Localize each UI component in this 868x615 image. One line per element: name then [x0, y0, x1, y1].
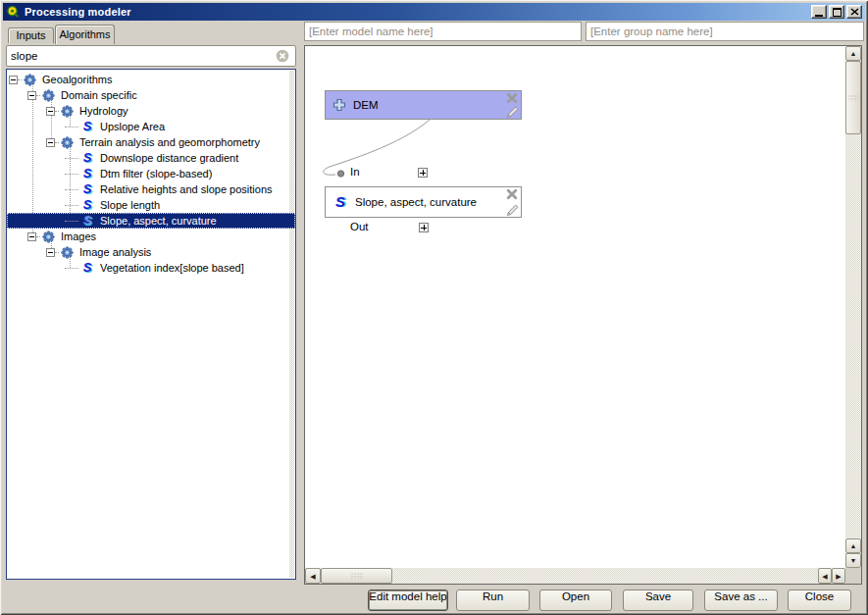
tree-item-label: Images: [58, 231, 99, 242]
node-label: Slope, aspect, curvature: [355, 196, 477, 208]
tree-item-vegetation-index[interactable]: SS Vegetation index[slope based]: [7, 260, 295, 276]
gear-icon: [61, 105, 74, 118]
canvas-horizontal-scrollbar[interactable]: ◀ ◀ ▶: [305, 568, 845, 584]
collapse-toggle-icon[interactable]: [9, 76, 18, 84]
gear-icon: [42, 231, 55, 243]
tree-item-domain-specific[interactable]: Domain specific: [7, 87, 295, 103]
delete-node-button[interactable]: [505, 91, 519, 105]
scroll-up-button-bottom[interactable]: ▲: [845, 538, 861, 553]
tree-item-label: Vegetation index[slope based]: [97, 262, 247, 274]
tab-algorithms[interactable]: Algorithms: [55, 25, 115, 44]
node-dem-input[interactable]: DEM: [325, 90, 522, 120]
tree-item-downslope-distance-gradient[interactable]: SS Downslope distance gradient: [7, 150, 295, 166]
algorithm-tree[interactable]: Geoalgorithms Domain specific Hydrology …: [6, 69, 296, 580]
tree-item-hydrology[interactable]: Hydrology: [7, 103, 295, 119]
saga-algorithm-icon: SS: [80, 198, 94, 212]
edit-node-button[interactable]: [505, 105, 519, 119]
port-in-label: In: [350, 166, 360, 178]
tree-item-slope-length[interactable]: SS Slope length: [7, 197, 295, 213]
group-name-input[interactable]: [586, 22, 864, 41]
processing-modeler-window: Processing modeler Inputs Algorithms: [0, 0, 868, 615]
saga-algorithm-icon: SS: [332, 194, 348, 210]
tree-item-dtm-filter[interactable]: SS Dtm filter (slope-based): [7, 166, 295, 181]
svg-text:S: S: [335, 194, 345, 210]
scroll-right-button[interactable]: ▶: [832, 568, 845, 584]
triangle-left-icon: ◀: [822, 573, 827, 580]
expand-out-ports-button[interactable]: [419, 223, 429, 232]
port-out-label: Out: [350, 221, 369, 232]
node-slope-aspect-curvature[interactable]: SS Slope, aspect, curvature: [325, 186, 522, 218]
tree-item-label: Slope, aspect, curvature: [97, 215, 220, 227]
close-dialog-button[interactable]: Close: [788, 589, 851, 611]
scroll-up-button[interactable]: ▲: [845, 46, 861, 61]
triangle-left-icon: ◀: [310, 573, 315, 580]
svg-text:S: S: [83, 120, 92, 133]
maximize-button[interactable]: [829, 5, 844, 19]
vertical-scroll-thumb[interactable]: [845, 61, 861, 134]
saga-algorithm-icon: SS: [80, 167, 94, 180]
svg-text:S: S: [83, 182, 92, 196]
tab-inputs[interactable]: Inputs: [8, 27, 54, 43]
clear-search-icon[interactable]: [276, 49, 289, 63]
open-button[interactable]: Open: [539, 589, 612, 611]
tree-item-relative-heights[interactable]: SS Relative heights and slope positions: [7, 181, 295, 197]
tree-item-label: Image analysis: [77, 246, 154, 258]
tree-item-image-analysis[interactable]: Image analysis: [7, 244, 295, 260]
gear-icon: [61, 246, 74, 259]
title-bar[interactable]: Processing modeler: [3, 3, 865, 21]
tree-item-slope-aspect-curvature-selected[interactable]: SS Slope, aspect, curvature: [7, 213, 295, 229]
svg-text:S: S: [83, 261, 92, 275]
gear-icon: [24, 74, 36, 86]
model-canvas[interactable]: DEM In SS Slope, aspect, curvature: [305, 46, 845, 568]
collapse-toggle-icon[interactable]: [27, 91, 36, 100]
window-title: Processing modeler: [25, 6, 131, 18]
save-as-button[interactable]: Save as ...: [704, 589, 778, 611]
run-button[interactable]: Run: [456, 589, 530, 611]
saga-algorithm-icon: SS: [80, 151, 94, 165]
svg-text:S: S: [83, 214, 92, 228]
collapse-toggle-icon[interactable]: [27, 232, 36, 241]
horizontal-scroll-thumb[interactable]: [321, 568, 392, 584]
collapse-toggle-icon[interactable]: [46, 138, 55, 147]
svg-text:S: S: [83, 167, 92, 180]
qgis-app-icon: [6, 5, 20, 19]
edit-node-button[interactable]: [505, 203, 519, 217]
model-canvas-panel: DEM In SS Slope, aspect, curvature: [304, 45, 862, 585]
save-button[interactable]: Save: [623, 589, 693, 611]
scroll-left-button[interactable]: ◀: [305, 568, 321, 584]
x-icon: [506, 92, 518, 104]
tree-item-terrain-analysis[interactable]: Terrain analysis and geomorphometry: [7, 134, 295, 150]
triangle-up-icon: ▲: [850, 50, 857, 57]
scroll-left-button-right[interactable]: ◀: [818, 568, 832, 584]
tree-item-label: Slope length: [97, 199, 163, 211]
plus-input-icon: [332, 98, 346, 112]
gear-icon: [61, 136, 74, 149]
tree-item-upslope-area[interactable]: SS Upslope Area: [7, 119, 295, 134]
triangle-up-icon: ▲: [850, 542, 857, 549]
tree-item-label: Downslope distance gradient: [97, 152, 241, 164]
tree-item-geoalgorithms[interactable]: Geoalgorithms: [7, 72, 295, 87]
close-button[interactable]: [846, 5, 862, 19]
canvas-vertical-scrollbar[interactable]: ▲ ▲ ▼: [845, 46, 861, 568]
collapse-toggle-icon[interactable]: [46, 248, 55, 257]
gear-icon: [42, 89, 55, 102]
node-label: DEM: [353, 99, 379, 111]
triangle-right-icon: ▶: [836, 573, 841, 580]
triangle-down-icon: ▼: [850, 557, 857, 564]
minimize-icon: [815, 15, 823, 17]
collapse-toggle-icon[interactable]: [46, 107, 55, 116]
search-input[interactable]: [11, 48, 276, 64]
tree-item-label: Dtm filter (slope-based): [97, 168, 215, 179]
svg-text:S: S: [83, 151, 92, 165]
model-name-input[interactable]: [304, 22, 582, 41]
tree-item-images[interactable]: Images: [7, 229, 295, 244]
svg-text:S: S: [83, 198, 92, 212]
pencil-icon: [506, 204, 519, 217]
edit-model-help-button[interactable]: Edit model help: [368, 589, 448, 611]
expand-in-ports-button[interactable]: [418, 168, 428, 178]
tree-item-label: Hydrology: [77, 105, 131, 117]
delete-node-button[interactable]: [505, 187, 519, 201]
scroll-down-button[interactable]: ▼: [845, 553, 861, 568]
saga-algorithm-icon: SS: [80, 261, 94, 275]
minimize-button[interactable]: [811, 5, 827, 19]
